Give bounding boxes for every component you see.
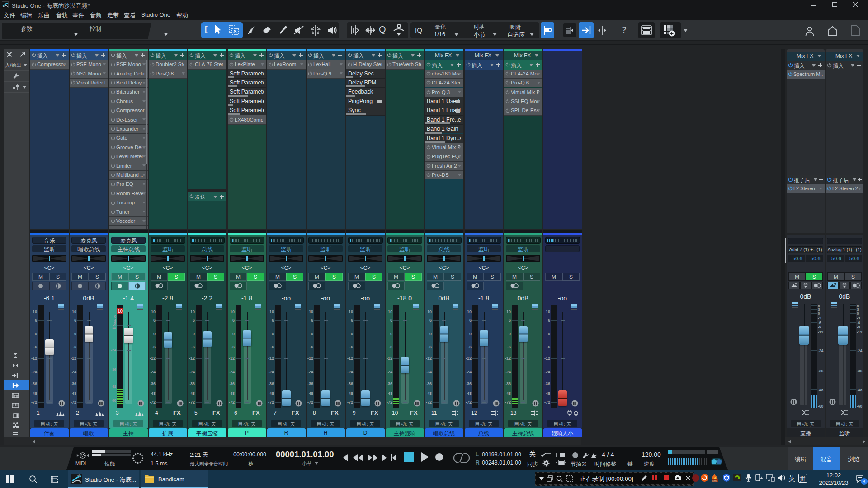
svg-text:RMC: RMC (712, 479, 718, 482)
